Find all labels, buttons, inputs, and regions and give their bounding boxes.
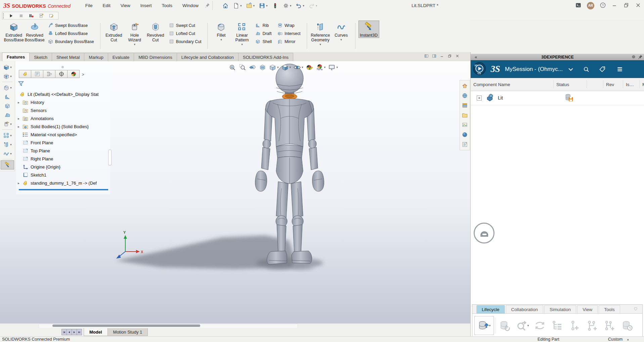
- new-doc-button[interactable]: ▾: [231, 2, 243, 10]
- taskpane-tp-resources-button[interactable]: [461, 81, 469, 91]
- menu-hamburger-icon[interactable]: [614, 66, 625, 73]
- redo-button[interactable]: ▾: [307, 2, 319, 10]
- headsup-section-view-button[interactable]: [258, 63, 267, 72]
- ribbon-intersect-button[interactable]: Intersect: [275, 30, 303, 37]
- tab-markup[interactable]: Markup: [84, 53, 108, 61]
- tab-features[interactable]: Features: [2, 52, 30, 61]
- ribbon-rib-button[interactable]: Rib: [253, 22, 274, 29]
- nav-last-button[interactable]: [77, 329, 82, 335]
- toolbar-drag-handle[interactable]: [3, 13, 5, 18]
- panel-tab-simulation[interactable]: Simulation: [544, 305, 576, 313]
- panel-tab-view[interactable]: View: [577, 305, 598, 313]
- side-extruded-boss-button[interactable]: ▾: [1, 63, 14, 72]
- minimize-button[interactable]: [611, 2, 618, 9]
- avatar[interactable]: AR: [587, 2, 594, 9]
- tree-item-sketch1[interactable]: Sketch1: [16, 171, 110, 179]
- headsup-hide-show-button[interactable]: ▾: [293, 63, 304, 72]
- ribbon-lofted-cut-button[interactable]: Lofted Cut: [167, 30, 204, 37]
- side-shell-button[interactable]: [1, 101, 14, 110]
- macro-stop-button[interactable]: [17, 12, 25, 19]
- headsup-previous-view-button[interactable]: [248, 63, 257, 72]
- restore-button[interactable]: [623, 2, 630, 9]
- macro-macro-run-button[interactable]: [37, 12, 45, 19]
- ribbon-revolved-cut-button[interactable]: Revolved Cut: [145, 21, 166, 43]
- tree-tab-display[interactable]: [67, 70, 80, 78]
- ribbon-extruded-cut-button[interactable]: Extruded Cut: [103, 21, 124, 43]
- panel-tab-collaboration[interactable]: Collaboration: [506, 305, 544, 313]
- column-header-blank[interactable]: [587, 80, 603, 88]
- split-right-icon[interactable]: [432, 53, 437, 60]
- taskpane-tp-props-button[interactable]: [461, 140, 469, 149]
- lifecycle-pt-reload-button[interactable]: [496, 316, 514, 335]
- taskpane-tp-palette-button[interactable]: [461, 120, 469, 130]
- side-fillet-button[interactable]: ▾: [1, 83, 14, 92]
- tree-item-front-plane[interactable]: Front Plane: [16, 139, 110, 147]
- search-icon[interactable]: [581, 66, 592, 73]
- taskpane-tp-globe-button[interactable]: [461, 91, 469, 101]
- tree-tab-props[interactable]: [31, 70, 43, 78]
- row-expander[interactable]: +: [477, 96, 482, 101]
- tab-lifecycle-and-collaboration[interactable]: Lifecycle and Collaboration: [177, 53, 239, 61]
- tree-item-annotations[interactable]: ▸AAnnotations: [16, 114, 110, 122]
- ribbon-mirror-button[interactable]: Mirror: [275, 38, 303, 45]
- menu-tools[interactable]: Tools: [161, 2, 173, 9]
- ribbon-swept-boss-button[interactable]: Swept Boss/Base: [46, 22, 96, 29]
- lifecycle-pt-structure-button[interactable]: [549, 316, 566, 335]
- ribbon-linear-pattern-button[interactable]: Linear Pattern▾: [231, 21, 252, 46]
- tree-item-material-not-specified-[interactable]: Material <not specified>: [16, 130, 110, 139]
- panel-collapse-button[interactable]: «: [473, 54, 479, 60]
- macro-play-button[interactable]: [7, 12, 15, 19]
- tree-item-solid-bodies-1-solid-bodies-[interactable]: ▸Solid Bodies(1) {Solid Bodies}: [16, 122, 110, 130]
- column-header-component-name[interactable]: Component Name: [471, 80, 554, 88]
- options-gear-button[interactable]: ▾: [281, 2, 293, 10]
- expand-arrow-icon[interactable]: ▸: [18, 117, 22, 120]
- panel-gear-icon[interactable]: [631, 54, 636, 61]
- column-header-status[interactable]: Status: [554, 80, 587, 88]
- side-rib-button[interactable]: [1, 92, 14, 101]
- ribbon-swept-cut-button[interactable]: Swept Cut: [167, 22, 204, 29]
- expand-arrow-icon[interactable]: ▸: [18, 101, 22, 104]
- menu-edit[interactable]: Edit: [102, 2, 111, 9]
- tree-tab-dimxpert[interactable]: [55, 70, 68, 78]
- panel-splitter-dot[interactable]: [61, 66, 64, 68]
- 3d-compass-icon[interactable]: 3DV.R: [473, 62, 486, 76]
- ribbon-revolved-boss-button[interactable]: Revolved Boss/Base: [24, 21, 45, 43]
- menu-insert[interactable]: Insert: [140, 2, 153, 9]
- panel-pin-icon[interactable]: [638, 54, 643, 61]
- assistant-helmet-button[interactable]: [474, 223, 495, 243]
- funnel-icon[interactable]: [17, 80, 25, 87]
- home-button[interactable]: [221, 2, 230, 10]
- rollback-bar[interactable]: [19, 189, 108, 190]
- tree-item-origine-origin-[interactable]: Origine {Origin}: [16, 163, 110, 171]
- ribbon-extruded-boss-button[interactable]: Extruded Boss/Base: [3, 21, 24, 43]
- lifecycle-pt-branch2-button[interactable]: [601, 316, 618, 335]
- save-button[interactable]: ▾: [257, 2, 269, 10]
- panel-tab-lifecycle[interactable]: Lifecycle: [476, 305, 505, 313]
- headsup-edit-appearance-button[interactable]: [305, 63, 314, 72]
- split-left-icon[interactable]: [424, 53, 429, 60]
- scrollbar-thumb[interactable]: [52, 325, 200, 327]
- expand-arrow-icon[interactable]: ▸: [18, 125, 22, 128]
- ribbon-boundary-boss-button[interactable]: Boundary Boss/Base: [46, 38, 96, 45]
- headsup-apply-scene-button[interactable]: ▾: [315, 63, 327, 72]
- headsup-view-orientation-button[interactable]: ▾: [268, 63, 280, 72]
- tree-item-sensors[interactable]: Sensors: [16, 106, 110, 114]
- headsup-zoom-area-button[interactable]: [238, 63, 247, 72]
- tree-item-lit-default-default-display-st[interactable]: Lit (Default) <<Default>_Display Stat: [16, 90, 110, 98]
- macro-macro-edit-button[interactable]: [47, 12, 55, 19]
- doc-restore-button[interactable]: [447, 53, 452, 60]
- side-hole-wizard-button[interactable]: ▾: [1, 119, 14, 128]
- tab-mbd-dimensions[interactable]: MBD Dimensions: [134, 53, 177, 61]
- tab-evaluate[interactable]: Evaluate: [108, 53, 134, 61]
- undo-button[interactable]: ▾: [294, 2, 306, 10]
- help-icon[interactable]: ?: [600, 2, 606, 9]
- lifecycle-pt-explore-button[interactable]: ▾: [514, 316, 531, 335]
- side-linear-pattern-button[interactable]: ▾: [1, 131, 14, 140]
- pin-menu-icon[interactable]: [205, 2, 210, 9]
- tab-sketch[interactable]: Sketch: [29, 53, 52, 61]
- ribbon-shell-button[interactable]: Shell: [253, 38, 274, 45]
- taskpane-tp-library-button[interactable]: [461, 101, 469, 110]
- lifecycle-pt-history-button[interactable]: [618, 316, 636, 335]
- expand-arrow-icon[interactable]: ▸: [18, 181, 22, 185]
- close-button[interactable]: [635, 2, 641, 9]
